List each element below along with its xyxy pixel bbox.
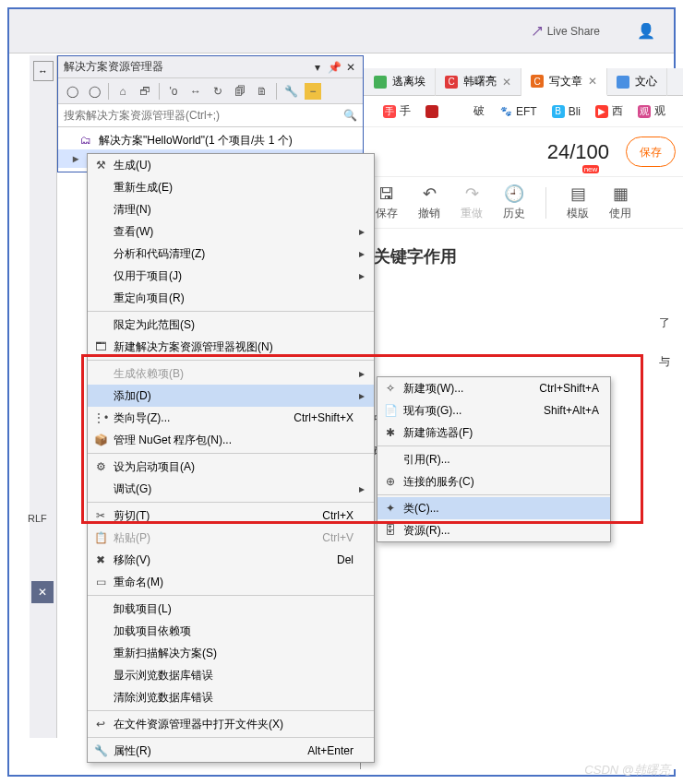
refresh-icon[interactable]: 'o <box>165 83 182 100</box>
editor-tool[interactable]: 🕘历史 <box>503 184 525 221</box>
menu-item[interactable]: ▭重命名(M) <box>88 571 374 593</box>
menu-item[interactable]: 生成依赖项(B)▸ <box>88 362 374 385</box>
menu-item[interactable]: 重定向项目(R) <box>88 287 374 309</box>
editor-tool[interactable]: 🖫保存 <box>376 184 398 221</box>
submenu-item[interactable]: ✦类(C)... <box>377 497 610 519</box>
solution-icon: 🗂 <box>78 133 93 148</box>
person-icon[interactable]: 👤 <box>637 22 655 40</box>
menu-item[interactable]: 🗔新建解决方案资源管理器视图(N) <box>88 336 374 358</box>
fwd-icon[interactable]: ◯ <box>86 83 102 100</box>
wrench-icon[interactable]: 🔧 <box>282 83 299 100</box>
submenu-item[interactable]: ⊕连接的服务(C) <box>377 470 610 493</box>
favorite-item[interactable]: 破 <box>457 103 485 119</box>
menu-item[interactable]: 查看(W)▸ <box>88 220 374 243</box>
close-icon[interactable]: ✕ <box>344 61 357 74</box>
home-icon[interactable]: ⌂ <box>114 83 131 100</box>
highlight-icon[interactable]: − <box>305 83 321 100</box>
search-input[interactable] <box>64 109 342 122</box>
menu-item[interactable]: 清理(N) <box>88 198 374 220</box>
pin-icon[interactable]: 📌 <box>328 61 341 74</box>
editor-tool[interactable]: ▦使用 <box>609 184 631 221</box>
chevron-right-icon[interactable]: ▸ <box>71 152 80 165</box>
menu-item-label: 生成(U) <box>114 158 357 173</box>
resource-icon: 🗄 <box>377 524 403 537</box>
sync-icon[interactable]: 🗗 <box>137 83 153 100</box>
menu-item[interactable]: 添加(D)▸ <box>88 385 374 407</box>
browser-tab[interactable]: 文心 <box>607 68 667 96</box>
solution-node[interactable]: 🗂 解决方案"HelloWorld"(1 个项目/共 1 个) <box>58 131 363 149</box>
menu-item[interactable]: 显示浏览数据库错误 <box>88 664 374 686</box>
menu-item[interactable]: 重新生成(E) <box>88 176 374 198</box>
hammer-icon: ⚒ <box>88 159 114 172</box>
menu-item[interactable]: 🔧属性(R)Alt+Enter <box>88 740 374 762</box>
favorite-item[interactable]: 手手 <box>383 103 411 119</box>
menu-item-label: 管理 NuGet 程序包(N)... <box>114 433 357 448</box>
favorite-item[interactable]: BBli <box>552 105 581 118</box>
back-icon[interactable]: ◯ <box>64 83 80 100</box>
favorite-item[interactable]: ▶西 <box>595 103 623 119</box>
menu-item[interactable]: ⋮•类向导(Z)...Ctrl+Shift+X <box>88 407 374 429</box>
rename-icon: ▭ <box>88 576 114 588</box>
left-strip-tab[interactable]: ↔ <box>33 61 54 81</box>
search-icon[interactable]: 🔍 <box>342 108 357 123</box>
close-tab-icon[interactable]: ✕ <box>31 581 54 603</box>
menu-item[interactable]: ⚙设为启动项目(A) <box>88 456 374 478</box>
collapse-icon[interactable]: ↔ <box>187 83 204 100</box>
menu-item-label: 移除(V) <box>114 552 337 568</box>
favorite-label: 观 <box>654 103 665 119</box>
menu-item[interactable]: 清除浏览数据库错误 <box>88 686 374 708</box>
menu-item[interactable]: ✖移除(V)Del <box>88 549 374 571</box>
menu-item[interactable]: 📋粘贴(P)Ctrl+V <box>88 527 374 549</box>
browser-tab[interactable]: C韩曙亮✕ <box>436 68 521 96</box>
menu-item-label: 添加(D) <box>114 388 357 404</box>
props-icon[interactable]: 🗐 <box>232 83 248 100</box>
menu-item[interactable]: 分析和代码清理(Z)▸ <box>88 243 374 265</box>
menu-item[interactable]: ⚒生成(U) <box>88 154 374 176</box>
favorite-icon: 观 <box>638 105 651 118</box>
menu-item-label: 清理(N) <box>114 202 357 218</box>
submenu-item[interactable]: 📄现有项(G)...Shift+Alt+A <box>377 399 610 422</box>
menu-item[interactable]: ↩在文件资源管理器中打开文件夹(X) <box>88 713 374 735</box>
menu-item[interactable]: 限定为此范围(S) <box>88 314 374 336</box>
chevron-right-icon: ▸ <box>357 482 366 495</box>
menu-item-label: 清除浏览数据库错误 <box>114 690 357 706</box>
context-menu: ⚒生成(U)重新生成(E)清理(N)查看(W)▸分析和代码清理(Z)▸仅用于项目… <box>87 153 375 763</box>
show-all-icon[interactable]: ↻ <box>210 83 226 100</box>
save-icon: 🖫 <box>377 184 397 204</box>
submenu-item[interactable]: ✧新建项(W)...Ctrl+Shift+A <box>377 377 610 399</box>
menu-item[interactable]: 📦管理 NuGet 程序包(N)... <box>88 429 374 451</box>
browser-tab[interactable]: C写文章✕ <box>521 68 607 96</box>
editor-tool[interactable]: ↶撤销 <box>418 184 440 221</box>
favorite-item[interactable]: 观观 <box>638 103 665 119</box>
favorite-item[interactable] <box>425 105 442 118</box>
save-button[interactable]: 保存 <box>626 137 676 167</box>
menu-item[interactable]: 卸载项目(L) <box>88 598 374 620</box>
favorite-label: 西 <box>612 103 623 119</box>
menu-item-label: 粘贴(P) <box>114 530 322 546</box>
menu-item[interactable]: 调试(G)▸ <box>88 478 374 500</box>
submenu-item[interactable]: ✱新建筛选器(F) <box>377 422 610 444</box>
tab-close-icon[interactable]: ✕ <box>502 76 511 89</box>
browser-tab[interactable]: 逃离埃 <box>365 68 436 96</box>
menu-item-label: 限定为此范围(S) <box>114 317 357 333</box>
menu-item[interactable]: 仅用于项目(J)▸ <box>88 265 374 287</box>
add-submenu: ✧新建项(W)...Ctrl+Shift+A📄现有项(G)...Shift+Al… <box>377 376 611 542</box>
editor-tool[interactable]: ▤new模版 <box>567 184 589 221</box>
content-frag: 与 <box>374 352 670 373</box>
content-heading: 关键字作用 <box>374 242 670 271</box>
submenu-item[interactable]: 引用(R)... <box>377 448 610 470</box>
new-item-icon: ✧ <box>377 382 403 395</box>
dropdown-icon[interactable]: ▾ <box>311 61 324 74</box>
submenu-item[interactable]: 🗄资源(R)... <box>377 519 610 541</box>
live-share-button[interactable]: Live Share <box>531 25 600 38</box>
menu-item[interactable]: 重新扫描解决方案(S) <box>88 642 374 664</box>
delete-icon: ✖ <box>88 553 114 566</box>
favorite-label: 破 <box>473 103 485 119</box>
menu-item[interactable]: ✂剪切(T)Ctrl+X <box>88 505 374 527</box>
favorite-item[interactable]: 🐾EFT <box>499 105 537 118</box>
menu-item[interactable]: 加载项目依赖项 <box>88 620 374 642</box>
editor-tool[interactable]: ↷重做 <box>461 184 483 221</box>
preview-icon[interactable]: 🗎 <box>254 83 270 100</box>
chevron-right-icon: ▸ <box>357 389 366 402</box>
tab-close-icon[interactable]: ✕ <box>588 75 597 88</box>
